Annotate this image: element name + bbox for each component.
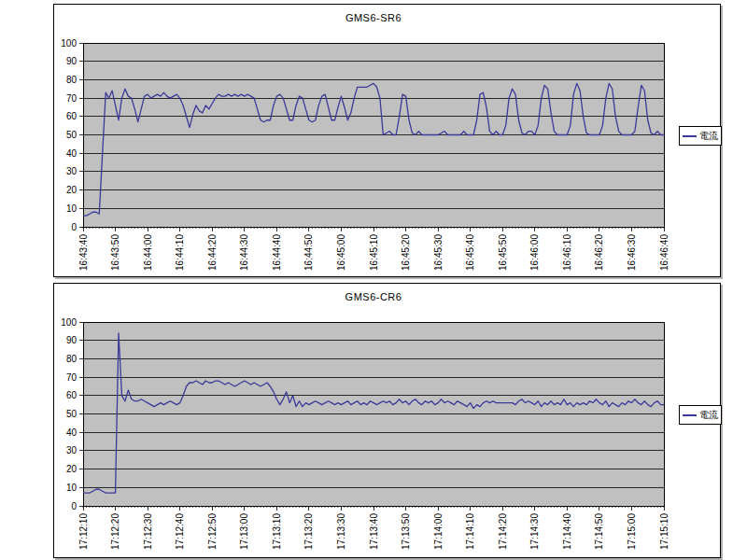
svg-text:16:45:40: 16:45:40 <box>465 234 475 271</box>
svg-text:17:14:00: 17:14:00 <box>433 513 444 550</box>
legend-line-swatch <box>683 414 697 416</box>
svg-text:16:44:30: 16:44:30 <box>239 234 249 271</box>
svg-text:16:43:40: 16:43:40 <box>78 234 89 271</box>
svg-text:16:46:00: 16:46:00 <box>529 234 540 271</box>
svg-text:16:44:00: 16:44:00 <box>143 234 153 271</box>
svg-text:16:44:10: 16:44:10 <box>175 234 185 271</box>
chart-plot-area: 010203040506070809010017:12:1017:12:2017… <box>54 284 720 557</box>
svg-text:90: 90 <box>66 56 78 66</box>
svg-text:16:44:40: 16:44:40 <box>272 234 282 271</box>
x-axis: 16:43:4016:43:5016:44:0016:44:1016:44:20… <box>78 227 669 271</box>
svg-text:16:45:10: 16:45:10 <box>369 234 379 271</box>
svg-text:10: 10 <box>66 483 78 493</box>
svg-text:90: 90 <box>66 335 78 345</box>
svg-text:17:14:40: 17:14:40 <box>562 513 572 550</box>
svg-text:17:13:40: 17:13:40 <box>369 513 379 550</box>
svg-text:16:45:30: 16:45:30 <box>433 234 444 271</box>
svg-text:10: 10 <box>66 203 78 214</box>
svg-text:0: 0 <box>71 501 77 511</box>
svg-text:50: 50 <box>66 130 78 140</box>
svg-text:70: 70 <box>66 93 78 104</box>
svg-text:17:14:10: 17:14:10 <box>465 513 475 550</box>
svg-text:16:45:50: 16:45:50 <box>498 234 508 271</box>
svg-text:70: 70 <box>66 372 78 383</box>
legend: 電流 <box>679 405 722 425</box>
svg-text:50: 50 <box>66 409 78 419</box>
svg-text:16:46:30: 16:46:30 <box>627 234 637 271</box>
svg-text:17:15:10: 17:15:10 <box>659 513 669 550</box>
svg-text:17:14:50: 17:14:50 <box>594 513 604 550</box>
svg-text:16:46:20: 16:46:20 <box>594 234 604 271</box>
svg-text:17:14:20: 17:14:20 <box>498 513 508 550</box>
svg-text:0: 0 <box>71 222 77 232</box>
chart-gms6-cr6: GMS6-CR6 010203040506070809010017:12:101… <box>53 283 721 558</box>
svg-text:17:15:00: 17:15:00 <box>627 513 637 550</box>
svg-text:16:44:20: 16:44:20 <box>207 234 218 271</box>
svg-text:16:44:50: 16:44:50 <box>303 234 314 271</box>
svg-text:16:45:20: 16:45:20 <box>401 234 411 271</box>
svg-text:17:13:50: 17:13:50 <box>401 513 411 550</box>
svg-text:40: 40 <box>66 148 78 159</box>
svg-text:17:12:10: 17:12:10 <box>78 513 89 550</box>
legend-line-swatch <box>683 135 697 137</box>
svg-text:17:13:00: 17:13:00 <box>239 513 249 550</box>
svg-text:17:13:20: 17:13:20 <box>303 513 314 550</box>
svg-text:80: 80 <box>66 75 78 85</box>
svg-text:100: 100 <box>61 38 77 49</box>
svg-text:80: 80 <box>66 354 78 364</box>
x-axis: 17:12:1017:12:2017:12:3017:12:4017:12:50… <box>78 506 669 550</box>
svg-text:17:14:30: 17:14:30 <box>529 513 540 550</box>
svg-text:17:12:40: 17:12:40 <box>175 513 185 550</box>
svg-text:30: 30 <box>66 445 78 455</box>
svg-text:17:12:50: 17:12:50 <box>207 513 218 550</box>
svg-text:20: 20 <box>66 464 78 474</box>
svg-text:16:43:50: 16:43:50 <box>110 234 120 271</box>
chart-gms6-sr6: GMS6-SR6 010203040506070809010016:43:401… <box>53 4 721 277</box>
y-axis: 0102030405060708090100 <box>61 317 83 511</box>
svg-text:16:46:40: 16:46:40 <box>659 234 669 271</box>
svg-text:17:12:30: 17:12:30 <box>143 513 153 550</box>
svg-text:17:13:30: 17:13:30 <box>336 513 346 550</box>
svg-text:16:45:00: 16:45:00 <box>336 234 346 271</box>
svg-text:40: 40 <box>66 427 78 438</box>
svg-text:17:13:10: 17:13:10 <box>272 513 282 550</box>
svg-text:30: 30 <box>66 166 78 176</box>
svg-text:60: 60 <box>66 390 78 400</box>
chart-plot-area: 010203040506070809010016:43:4016:43:5016… <box>54 5 720 276</box>
svg-text:16:46:10: 16:46:10 <box>562 234 572 271</box>
svg-text:20: 20 <box>66 185 78 195</box>
svg-text:60: 60 <box>66 111 78 121</box>
svg-text:100: 100 <box>61 317 77 328</box>
legend-label: 電流 <box>699 130 718 143</box>
y-axis: 0102030405060708090100 <box>61 38 83 232</box>
svg-text:17:12:20: 17:12:20 <box>110 513 120 550</box>
legend-label: 電流 <box>699 409 718 422</box>
legend: 電流 <box>679 126 722 146</box>
